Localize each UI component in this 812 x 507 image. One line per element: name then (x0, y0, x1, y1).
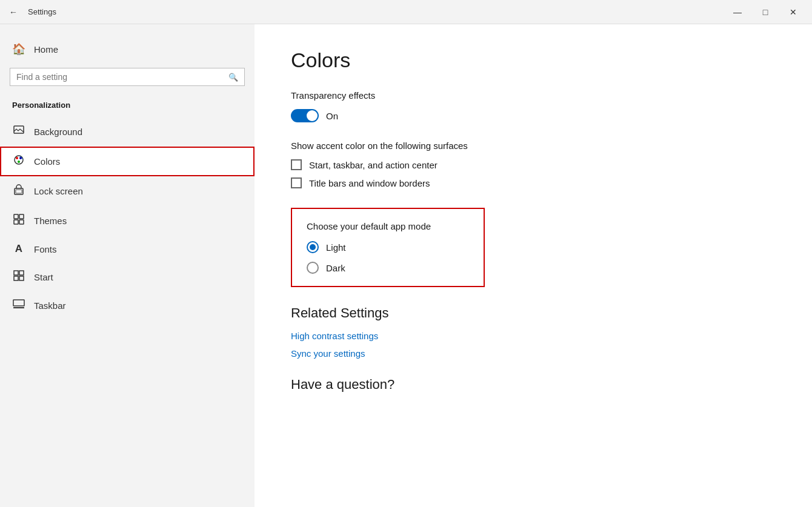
sidebar-section-title: Personalization (0, 96, 255, 117)
app-body: 🏠 Home 🔍 Personalization Background Colo… (0, 24, 812, 507)
app-title: Settings (28, 7, 724, 16)
sidebar-item-label-themes: Themes (34, 216, 67, 226)
accent-surfaces-label: Show accent color on the following surfa… (291, 141, 776, 151)
search-input[interactable] (16, 72, 228, 82)
svg-rect-14 (19, 276, 24, 280)
sidebar: 🏠 Home 🔍 Personalization Background Colo… (0, 24, 255, 507)
search-icon: 🔍 (228, 73, 238, 82)
radio-inner-light (310, 244, 316, 250)
sidebar-item-themes[interactable]: Themes (0, 206, 255, 236)
transparency-state: On (326, 111, 338, 121)
sidebar-item-label-colors: Colors (34, 156, 60, 167)
sidebar-item-label-start: Start (34, 272, 53, 282)
radio-label-light: Light (326, 242, 346, 253)
transparency-toggle[interactable] (291, 109, 319, 122)
checkbox-titlebars[interactable] (291, 177, 302, 188)
themes-icon (12, 213, 25, 228)
sync-settings-link[interactable]: Sync your settings (291, 348, 776, 359)
svg-rect-8 (19, 214, 24, 219)
taskbar-icon (12, 299, 25, 312)
svg-rect-11 (14, 271, 18, 275)
transparency-toggle-row: On (291, 109, 776, 122)
svg-rect-10 (19, 220, 24, 224)
sidebar-search-box[interactable]: 🔍 (10, 68, 245, 86)
sidebar-item-label-taskbar: Taskbar (34, 300, 66, 311)
sidebar-item-background[interactable]: Background (0, 117, 255, 147)
checkbox-label-taskbar: Start, taskbar, and action center (309, 160, 438, 170)
content-area: Colors Transparency effects On Show acce… (255, 24, 812, 507)
svg-rect-15 (13, 300, 24, 306)
svg-point-3 (19, 157, 22, 159)
window-controls: — □ ✕ (724, 0, 807, 24)
sidebar-home-label: Home (34, 44, 58, 55)
radio-dark-button[interactable] (307, 262, 319, 274)
checkbox-group: Start, taskbar, and action center Title … (291, 159, 776, 188)
back-button[interactable]: ← (5, 4, 22, 21)
minimize-button[interactable]: — (724, 0, 751, 24)
checkbox-label-titlebars: Title bars and window borders (309, 178, 430, 188)
svg-rect-9 (14, 220, 18, 224)
sidebar-item-start[interactable]: Start (0, 262, 255, 292)
svg-point-2 (16, 157, 18, 159)
start-icon (12, 270, 25, 285)
checkbox-row-titlebars[interactable]: Title bars and window borders (291, 177, 776, 188)
lock-screen-icon (12, 184, 25, 199)
sidebar-item-lock-screen[interactable]: Lock screen (0, 176, 255, 206)
close-button[interactable]: ✕ (779, 0, 807, 24)
sidebar-item-label-lock-screen: Lock screen (34, 186, 83, 196)
transparency-label: Transparency effects (291, 90, 776, 101)
sidebar-home[interactable]: 🏠 Home (0, 36, 255, 62)
radio-light-button[interactable] (307, 241, 319, 253)
toggle-thumb (307, 110, 318, 121)
high-contrast-link[interactable]: High contrast settings (291, 331, 776, 341)
radio-dark[interactable]: Dark (307, 262, 469, 274)
sidebar-item-taskbar[interactable]: Taskbar (0, 292, 255, 319)
maximize-button[interactable]: □ (751, 0, 779, 24)
sidebar-item-colors[interactable]: Colors (0, 147, 255, 176)
app-mode-title: Choose your default app mode (307, 221, 469, 231)
sidebar-item-label-fonts: Fonts (34, 244, 57, 254)
fonts-icon: A (12, 243, 25, 255)
checkbox-row-taskbar[interactable]: Start, taskbar, and action center (291, 159, 776, 170)
svg-rect-13 (14, 276, 18, 280)
home-icon: 🏠 (12, 42, 25, 56)
svg-rect-16 (13, 307, 24, 308)
sidebar-item-label-background: Background (34, 127, 82, 137)
page-title: Colors (291, 48, 776, 72)
title-bar: ← Settings — □ ✕ (0, 0, 812, 24)
svg-rect-7 (14, 214, 18, 219)
sidebar-item-fonts[interactable]: A Fonts (0, 236, 255, 262)
svg-point-4 (18, 161, 20, 163)
svg-rect-6 (16, 190, 22, 193)
radio-light[interactable]: Light (307, 241, 469, 253)
checkbox-taskbar[interactable] (291, 159, 302, 170)
related-settings-title: Related Settings (291, 305, 776, 321)
radio-label-dark: Dark (326, 263, 345, 273)
colors-icon (12, 154, 25, 169)
have-a-question-title: Have a question? (291, 377, 776, 393)
svg-rect-12 (19, 271, 24, 275)
app-mode-box: Choose your default app mode Light Dark (291, 208, 485, 287)
background-icon (12, 124, 25, 139)
